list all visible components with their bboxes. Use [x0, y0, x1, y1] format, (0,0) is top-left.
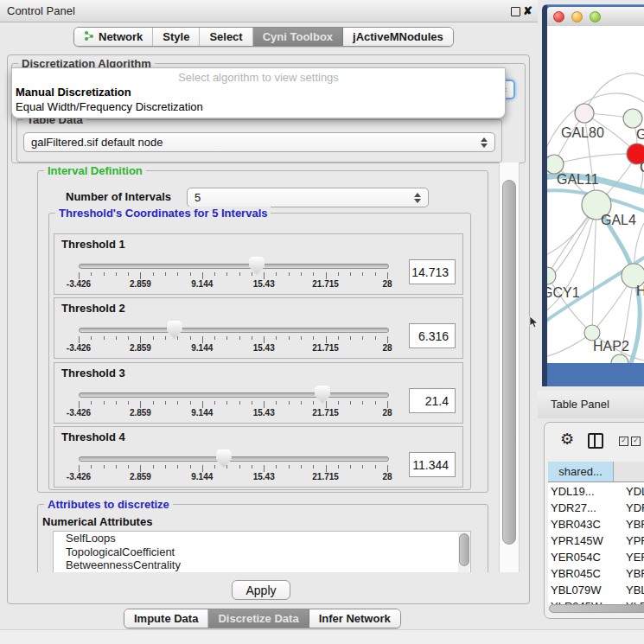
tick-label: 2.859	[130, 343, 151, 353]
dropdown-item-equal-width-frequency-discretization[interactable]: Equal Width/Frequency Discretization	[16, 100, 203, 113]
tick-mark	[202, 272, 203, 279]
slider-thumb[interactable]	[167, 321, 182, 339]
tick-mark	[350, 401, 351, 405]
tick-mark	[387, 401, 388, 408]
node-label-hap2: HAP2	[593, 339, 629, 354]
threshold-value-field[interactable]: 14.713	[409, 259, 456, 284]
tick-label: 15.43	[253, 408, 275, 418]
slider-thumb[interactable]	[216, 450, 232, 468]
tick-mark	[362, 465, 363, 469]
tick-label: 21.715	[312, 343, 339, 353]
tick-mark	[252, 465, 252, 469]
close-icon[interactable]: ✘	[523, 0, 532, 22]
table-data-combobox[interactable]: galFiltered.sif default node	[23, 132, 495, 152]
table-horizontal-scrollbar[interactable]	[548, 604, 644, 612]
footer-strip	[0, 629, 644, 644]
network-canvas[interactable]: GAL80GCGAL11GAL4GCY1HHAP2	[547, 26, 644, 363]
tab-jactivemnodules[interactable]: jActiveMNodules	[343, 28, 453, 46]
table-row[interactable]: YDR27...YDR2	[548, 500, 644, 516]
tab-discretize-data[interactable]: Discretize Data	[208, 609, 309, 628]
tick-mark	[387, 272, 388, 279]
table-row[interactable]: YBR043CYBR0	[548, 516, 644, 532]
network-node[interactable]	[547, 155, 564, 174]
threshold-value-field[interactable]: 21.4	[409, 388, 456, 413]
tick-mark	[104, 401, 105, 405]
tab-cyni-toolbox[interactable]: Cyni Toolbox	[253, 28, 343, 46]
float-window-icon[interactable]	[511, 7, 520, 16]
cell-name: YBR0	[614, 565, 644, 582]
tick-mark	[214, 465, 215, 469]
node-label-h: H	[636, 284, 644, 298]
columns-icon[interactable]	[588, 433, 603, 449]
tab-select[interactable]: Select	[200, 28, 252, 46]
tick-mark	[264, 465, 265, 472]
table-row[interactable]: YDL19...YDL1	[548, 483, 644, 500]
network-view-window[interactable]: GAL80GCGAL11GAL4GCY1HHAP2	[542, 4, 644, 386]
tick-mark	[116, 336, 117, 340]
tick-mark	[264, 336, 265, 343]
list-item[interactable]: BetweennessCentrality	[54, 558, 470, 572]
table-row[interactable]: YBL079WYBL0	[548, 582, 644, 598]
combo-arrows-icon	[481, 137, 488, 148]
checkbox-icon[interactable]: ✓	[631, 437, 641, 446]
control-panel-titlebar	[0, 0, 538, 22]
tick-mark	[313, 401, 314, 405]
tick-mark	[326, 336, 327, 343]
tick-mark	[301, 336, 302, 340]
network-node[interactable]	[623, 109, 642, 128]
tab-infer-network[interactable]: Infer Network	[309, 609, 400, 628]
slider-track[interactable]	[79, 264, 389, 269]
tick-mark	[326, 465, 327, 472]
tick-mark	[276, 465, 277, 469]
tab-network[interactable]: Network	[74, 28, 153, 46]
tick-mark	[128, 465, 129, 469]
threshold-value-field[interactable]: 11.344	[409, 452, 456, 477]
gear-icon[interactable]: ⚙	[560, 431, 574, 447]
number-of-intervals-combobox[interactable]: 5	[187, 188, 429, 207]
tick-label: 9.144	[191, 408, 213, 418]
tick-mark	[140, 401, 141, 408]
attributes-group: Attributes to discretize Numerical Attri…	[37, 504, 488, 572]
network-node[interactable]	[547, 267, 556, 284]
slider-track[interactable]	[79, 456, 389, 462]
column-header[interactable]: n	[614, 462, 644, 482]
tick-mark	[140, 336, 141, 343]
threshold-value-field[interactable]: 6.316	[409, 323, 456, 348]
tick-mark	[190, 336, 191, 340]
tick-mark	[252, 272, 252, 276]
tab-style[interactable]: Style	[153, 28, 200, 46]
slider-track[interactable]	[79, 392, 389, 398]
node-table[interactable]: shared...n YDL19...YDL1YDR27...YDR2YBR04…	[548, 462, 644, 604]
tick-mark	[190, 401, 191, 405]
network-node[interactable]	[611, 354, 628, 363]
slider-track[interactable]	[79, 328, 389, 333]
zoom-traffic-light-icon[interactable]	[590, 11, 601, 22]
tab-impute-data[interactable]: Impute Data	[124, 609, 208, 628]
settings-scrollbar[interactable]	[499, 163, 520, 572]
tick-mark	[91, 401, 92, 405]
table-row[interactable]: YBR045CYBR0	[548, 565, 644, 582]
slider-thumb[interactable]	[315, 386, 330, 404]
tick-mark	[91, 465, 92, 469]
dropdown-item-manual-discretization[interactable]: Manual Discretization	[16, 86, 131, 99]
cell-name: YBL0	[614, 582, 644, 598]
checkbox-icon[interactable]: ✓	[619, 437, 628, 446]
list-item[interactable]: TopologicalCoefficient	[54, 545, 470, 559]
column-header[interactable]: shared...	[548, 462, 614, 482]
apply-button[interactable]: Apply	[232, 580, 290, 600]
numerical-attributes-list[interactable]: SelfLoopsTopologicalCoefficientBetweenne…	[53, 531, 471, 572]
tick-mark	[362, 336, 363, 340]
tick-mark	[214, 336, 215, 340]
attributes-list-scrollbar[interactable]	[458, 532, 469, 572]
network-node[interactable]	[575, 104, 594, 123]
list-item[interactable]: SelfLoops	[54, 532, 470, 545]
tick-mark	[239, 336, 240, 340]
tick-mark	[165, 336, 166, 340]
table-row[interactable]: YPR145WYPR1	[548, 532, 644, 549]
table-row[interactable]: YLR345WYLR3	[548, 598, 644, 604]
cell-shared-name: YER054C	[548, 549, 614, 565]
minimize-traffic-light-icon[interactable]	[571, 11, 583, 22]
table-row[interactable]: YER054CYER0	[548, 549, 644, 565]
node-label-g: G	[636, 127, 644, 142]
close-traffic-light-icon[interactable]	[553, 11, 564, 22]
